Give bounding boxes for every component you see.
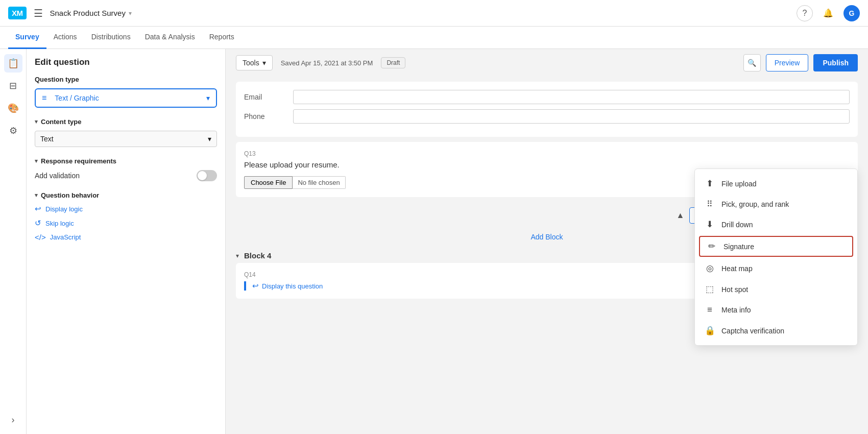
topbar-right: ? 🔔 G — [797, 5, 860, 21]
edit-question-title: Edit question — [35, 57, 217, 67]
form-block: Email Phone — [236, 82, 858, 137]
display-logic-icon: ↩ — [35, 204, 41, 213]
choose-file-button[interactable]: Choose File — [244, 176, 293, 189]
skip-logic-link[interactable]: ↺ Skip logic — [35, 219, 217, 228]
subnav-item-actions[interactable]: Actions — [46, 27, 84, 49]
text-graphic-icon: ≡ — [42, 93, 46, 103]
q13-text: Please upload your resume. — [244, 160, 850, 169]
content-type-dropdown[interactable]: Text ▾ — [35, 131, 217, 147]
javascript-icon: </> — [35, 233, 46, 242]
hot-spot-icon: ⬚ — [704, 284, 715, 295]
question-type-dropdown-menu: ⬆ File upload ⠿ Pick, group, and rank ⬇ … — [694, 168, 858, 346]
menu-item-file-upload[interactable]: ⬆ File upload — [695, 173, 857, 194]
email-row: Email — [244, 90, 850, 104]
menu-item-heat-map[interactable]: ◎ Heat map — [695, 258, 857, 279]
draft-badge: Draft — [381, 57, 405, 68]
heat-map-icon: ◎ — [704, 263, 715, 274]
content-type-value: Text — [40, 135, 54, 143]
subnav: Survey Actions Distributions Data & Anal… — [0, 27, 868, 49]
no-file-text: No file chosen — [293, 176, 345, 189]
response-requirements-section: ▾ Response requirements Add validation — [35, 157, 217, 181]
meta-info-icon: ≡ — [704, 305, 715, 315]
subnav-item-reports[interactable]: Reports — [202, 27, 242, 49]
phone-input[interactable] — [293, 109, 850, 124]
content-type-section: ▾ Content type Text ▾ — [35, 118, 217, 147]
toolbar-bar: Tools ▾ Saved Apr 15, 2021 at 3:50 PM Dr… — [226, 49, 868, 77]
rail-expand-icon[interactable]: › — [4, 411, 22, 429]
publish-button[interactable]: Publish — [813, 54, 858, 71]
collapse-up-icon[interactable]: ▲ — [676, 211, 684, 220]
question-type-label: Question type — [35, 76, 217, 83]
content-type-label: ▾ Content type — [35, 118, 217, 126]
javascript-link[interactable]: </> JavaScript — [35, 233, 217, 242]
menu-item-signature[interactable]: ✏ Signature — [699, 236, 853, 257]
xm-logo: XM — [8, 7, 27, 19]
response-req-label: ▾ Response requirements — [35, 157, 217, 165]
toggle-knob — [198, 171, 207, 180]
menu-item-drill-down[interactable]: ⬇ Drill down — [695, 214, 857, 235]
email-label: Email — [244, 93, 285, 101]
search-button[interactable]: 🔍 — [743, 54, 761, 71]
rail-icon-style[interactable]: 🎨 — [4, 99, 22, 117]
question-behavior-label: ▾ Question behavior — [35, 191, 217, 199]
question-behavior-section: ▾ Question behavior ↩ Display logic ↺ Sk… — [35, 191, 217, 242]
left-panel: Edit question Question type ≡ Text / Gra… — [27, 49, 226, 434]
help-icon[interactable]: ? — [797, 5, 813, 21]
skip-logic-icon: ↺ — [35, 219, 41, 228]
file-upload-icon: ⬆ — [704, 178, 715, 189]
subnav-item-distributions[interactable]: Distributions — [84, 27, 138, 49]
avatar[interactable]: G — [843, 5, 860, 21]
content-chevron-icon: ▾ — [208, 135, 211, 143]
content-area: Tools ▾ Saved Apr 15, 2021 at 3:50 PM Dr… — [226, 49, 868, 434]
topbar: XM ☰ Snack Product Survey ▾ ? 🔔 G — [0, 0, 868, 27]
menu-item-captcha[interactable]: 🔒 Captcha verification — [695, 320, 857, 341]
drill-down-icon: ⬇ — [704, 219, 715, 230]
title-chevron-icon[interactable]: ▾ — [129, 10, 132, 17]
rail-icon-tools[interactable]: ⚙ — [4, 122, 22, 140]
signature-icon: ✏ — [706, 241, 717, 252]
rail-icon-survey[interactable]: 📋 — [4, 54, 22, 73]
tools-chevron-icon: ▾ — [262, 59, 266, 67]
survey-title: Snack Product Survey ▾ — [50, 9, 132, 17]
add-validation-label: Add validation — [35, 172, 80, 180]
menu-item-meta-info[interactable]: ≡ Meta info — [695, 300, 857, 320]
subnav-item-survey[interactable]: Survey — [8, 27, 46, 49]
display-logic-link[interactable]: ↩ Display logic — [35, 204, 217, 213]
icon-rail: 📋 ⊟ 🎨 ⚙ › — [0, 49, 27, 434]
block4-chevron-icon[interactable]: ▾ — [236, 252, 239, 259]
menu-item-hot-spot[interactable]: ⬚ Hot spot — [695, 279, 857, 300]
question-type-section: Question type ≡ Text / Graphic ▾ — [35, 76, 217, 108]
main-layout: 📋 ⊟ 🎨 ⚙ › Edit question Question type ≡ … — [0, 49, 868, 434]
notifications-icon[interactable]: 🔔 — [820, 5, 836, 21]
toolbar-actions: 🔍 Preview Publish — [743, 54, 858, 71]
rail-icon-blocks[interactable]: ⊟ — [4, 77, 22, 95]
tools-button[interactable]: Tools ▾ — [236, 55, 273, 70]
pick-group-rank-icon: ⠿ — [704, 199, 715, 209]
saved-text: Saved Apr 15, 2021 at 3:50 PM — [281, 59, 373, 67]
q13-label: Q13 — [244, 150, 850, 157]
question-type-value: Text / Graphic — [55, 94, 99, 102]
display-logic-small-icon: ↩ — [252, 281, 259, 291]
phone-row: Phone — [244, 109, 850, 124]
question-type-dropdown[interactable]: ≡ Text / Graphic ▾ — [35, 88, 217, 108]
phone-label: Phone — [244, 112, 285, 120]
email-input[interactable] — [293, 90, 850, 104]
validation-toggle[interactable] — [197, 170, 217, 181]
block4-title: Block 4 — [244, 251, 271, 260]
hamburger-icon[interactable]: ☰ — [34, 7, 43, 19]
validation-toggle-row: Add validation — [35, 170, 217, 181]
captcha-icon: 🔒 — [704, 325, 715, 336]
dropdown-chevron-icon: ▾ — [206, 94, 210, 102]
preview-button[interactable]: Preview — [766, 54, 809, 71]
menu-item-pick-group-rank[interactable]: ⠿ Pick, group, and rank — [695, 194, 857, 214]
subnav-item-data-analysis[interactable]: Data & Analysis — [138, 27, 202, 49]
